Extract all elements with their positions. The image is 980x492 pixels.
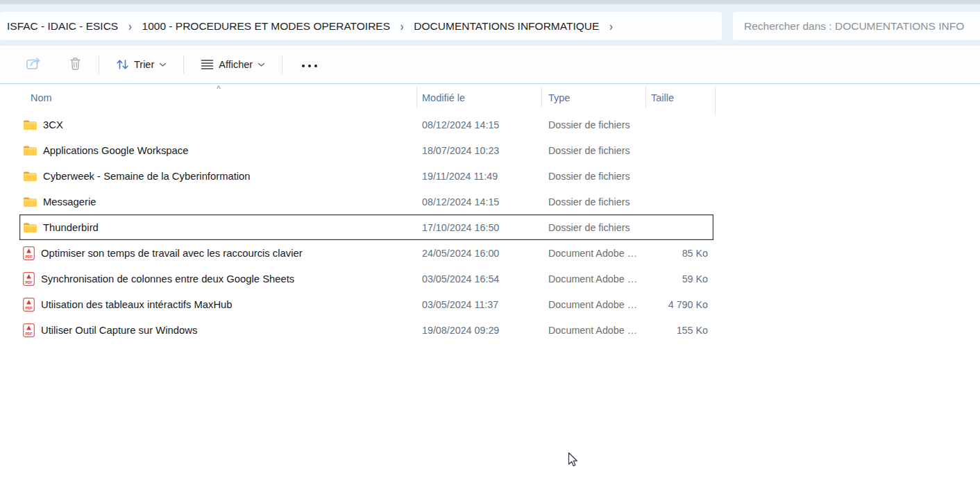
- sort-label: Trier: [134, 59, 154, 70]
- toolbar-separator: [99, 56, 99, 74]
- file-row[interactable]: PDF Synchronisation de colonnes entre de…: [19, 266, 713, 291]
- folder-icon: [23, 222, 37, 233]
- trash-icon: [69, 56, 82, 71]
- chevron-down-icon: [159, 62, 167, 67]
- file-size: 85 Ko: [645, 248, 713, 259]
- file-name: Utiisation des tableaux intéractifs MaxH…: [41, 299, 233, 310]
- svg-text:PDF: PDF: [26, 331, 33, 335]
- cursor-arrow-icon: [568, 452, 578, 468]
- sort-button[interactable]: Trier: [116, 58, 167, 71]
- file-size: 59 Ko: [645, 273, 713, 285]
- folder-icon: [23, 196, 37, 207]
- file-modified-date: 19/11/2024 11:49: [416, 171, 541, 182]
- file-size: 155 Ko: [645, 325, 713, 336]
- file-type: Document Adobe …: [541, 273, 645, 285]
- file-modified-date: 08/12/2024 14:15: [416, 119, 541, 130]
- file-type: Document Adobe …: [541, 248, 645, 259]
- file-name: Thunderbird: [43, 222, 99, 233]
- file-name: Optimiser son temps de travail avec les …: [41, 248, 303, 259]
- chevron-down-icon: [257, 62, 265, 67]
- file-row[interactable]: PDF Thunderbird 17/10/2024 16:50 Dossier…: [19, 214, 713, 240]
- file-row[interactable]: PDF Utiisation des tableaux intéractifs …: [19, 291, 713, 317]
- file-name: Messagerie: [43, 196, 96, 207]
- file-row[interactable]: PDF Optimiser son temps de travail avec …: [19, 240, 713, 266]
- column-header-size[interactable]: Taille: [645, 92, 713, 103]
- view-label: Afficher: [219, 59, 253, 70]
- view-list-icon: [201, 59, 214, 70]
- breadcrumb-item[interactable]: ISFAC - IDAIC - ESICS: [7, 20, 118, 33]
- file-type: Dossier de fichiers: [541, 145, 645, 156]
- share-button[interactable]: [26, 56, 42, 74]
- file-modified-date: 24/05/2024 16:00: [416, 248, 541, 259]
- file-type: Dossier de fichiers: [541, 171, 645, 182]
- pdf-icon: PDF: [23, 323, 35, 337]
- file-type: Document Adobe …: [541, 325, 645, 336]
- breadcrumb-item[interactable]: DOCUMENTATIONS INFORMATIQUE: [414, 20, 599, 33]
- toolbar: Trier Afficher: [0, 46, 980, 84]
- file-size: 4 790 Ko: [645, 299, 713, 310]
- column-header-name[interactable]: Nom: [19, 92, 416, 103]
- file-row[interactable]: PDF Cyberweek - Semaine de la Cyberinfor…: [19, 163, 713, 189]
- pdf-icon: PDF: [23, 246, 35, 260]
- column-header-modified[interactable]: Modifié le: [416, 92, 541, 103]
- more-dots-icon: [301, 64, 319, 68]
- toolbar-separator: [282, 56, 282, 74]
- file-modified-date: 17/10/2024 16:50: [416, 222, 541, 233]
- breadcrumb-chevron-icon: ›: [609, 19, 612, 33]
- share-icon: [26, 56, 42, 71]
- file-type: Dossier de fichiers: [541, 222, 645, 233]
- search-placeholder: Rechercher dans : DOCUMENTATIONS INFO: [744, 20, 964, 33]
- mouse-cursor: [568, 452, 578, 470]
- file-modified-date: 03/05/2024 16:54: [416, 273, 541, 285]
- file-row[interactable]: PDF Messagerie 08/12/2024 14:15 Dossier …: [19, 189, 713, 214]
- file-list-area: ^ Nom Modifié le Type Taille PDF: [0, 84, 980, 491]
- column-headers: Nom Modifié le Type Taille: [19, 84, 713, 112]
- file-name: Synchronisation de colonnes entre deux G…: [41, 273, 294, 285]
- file-name: 3CX: [43, 119, 63, 130]
- breadcrumb-chevron-icon: ›: [400, 19, 403, 33]
- file-row[interactable]: PDF Applications Google Workspace 18/07/…: [19, 137, 713, 163]
- file-row[interactable]: PDF 3CX 08/12/2024 14:15 Dossier de fich…: [19, 112, 713, 137]
- svg-text:PDF: PDF: [26, 305, 33, 309]
- svg-text:PDF: PDF: [26, 280, 33, 284]
- view-button[interactable]: Afficher: [201, 59, 265, 70]
- pdf-icon: PDF: [23, 298, 35, 312]
- file-type: Dossier de fichiers: [541, 119, 645, 130]
- breadcrumb-item[interactable]: 1000 - PROCEDURES ET MODES OPERATOIRES: [142, 20, 390, 33]
- file-name: Utiliser Outil Capture sur Windows: [41, 325, 197, 336]
- delete-button[interactable]: [69, 56, 82, 74]
- file-modified-date: 03/05/2024 11:37: [416, 299, 541, 310]
- column-divider[interactable]: [715, 87, 716, 114]
- folder-icon: [23, 171, 37, 182]
- file-modified-date: 08/12/2024 14:15: [416, 196, 541, 207]
- svg-text:PDF: PDF: [26, 254, 33, 258]
- file-rows: PDF 3CX 08/12/2024 14:15 Dossier de fich…: [19, 112, 713, 343]
- column-divider[interactable]: [645, 87, 646, 108]
- folder-icon: [23, 119, 37, 130]
- column-header-type[interactable]: Type: [541, 92, 645, 103]
- breadcrumb-chevron-icon: ›: [128, 19, 131, 33]
- breadcrumb: ISFAC - IDAIC - ESICS›1000 - PROCEDURES …: [0, 12, 722, 40]
- address-bar: ISFAC - IDAIC - ESICS›1000 - PROCEDURES …: [0, 4, 980, 46]
- file-type: Document Adobe …: [541, 299, 645, 310]
- file-modified-date: 19/08/2024 09:29: [416, 325, 541, 336]
- search-input[interactable]: Rechercher dans : DOCUMENTATIONS INFO: [733, 12, 980, 40]
- file-name: Cyberweek - Semaine de la Cyberinformati…: [43, 171, 251, 182]
- more-options-button[interactable]: [301, 58, 319, 71]
- file-name: Applications Google Workspace: [43, 145, 188, 156]
- folder-icon: [23, 145, 37, 156]
- column-divider[interactable]: [541, 87, 542, 108]
- file-type: Dossier de fichiers: [541, 196, 645, 207]
- pdf-icon: PDF: [23, 272, 35, 286]
- sort-ascending-indicator: ^: [217, 84, 221, 94]
- column-divider[interactable]: [416, 87, 417, 108]
- toolbar-separator: [183, 56, 184, 74]
- file-row[interactable]: PDF Utiliser Outil Capture sur Windows 1…: [19, 317, 713, 343]
- sort-icon: [116, 58, 129, 71]
- file-modified-date: 18/07/2024 10:23: [416, 145, 541, 156]
